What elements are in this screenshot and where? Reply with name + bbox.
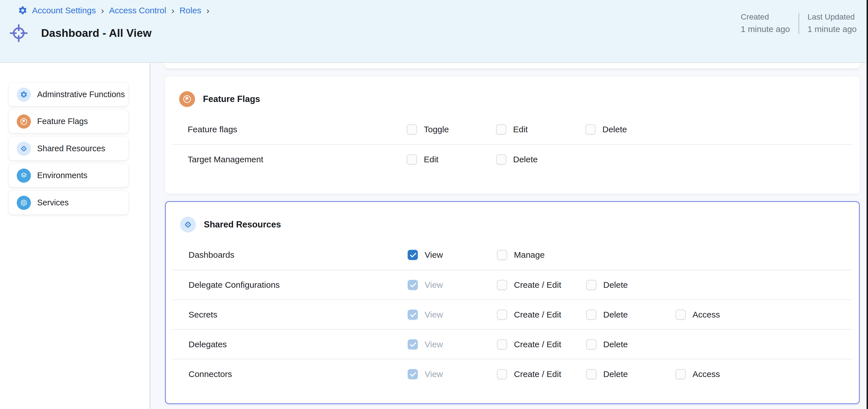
- permission-row: Target Management Edit Delete: [172, 144, 853, 174]
- breadcrumb-roles[interactable]: Roles: [180, 6, 201, 15]
- shared-resources-icon: [17, 142, 31, 156]
- checkbox-delete[interactable]: [586, 339, 596, 349]
- card-header: Shared Resources: [166, 202, 859, 240]
- resource-name: Feature flags: [188, 125, 407, 134]
- checkbox-view: [408, 369, 418, 379]
- sidebar-item-adminstrative-functions[interactable]: Adminstrative Functions: [9, 83, 128, 106]
- permission-create-edit[interactable]: Create / Edit: [497, 369, 586, 379]
- permission-label: View: [425, 310, 443, 319]
- checkbox-delete[interactable]: [586, 369, 596, 379]
- permission-label: View: [425, 340, 443, 349]
- checkbox-view: [408, 280, 418, 290]
- sidebar-item-feature-flags[interactable]: Feature Flags: [9, 110, 128, 133]
- checkbox-delete[interactable]: [496, 155, 506, 165]
- permission-label: Edit: [513, 125, 528, 134]
- sidebar-item-shared-resources[interactable]: Shared Resources: [9, 137, 128, 160]
- sidebar-item-label: Environments: [37, 171, 87, 180]
- checkbox-toggle[interactable]: [407, 124, 417, 135]
- checkbox-view: [408, 339, 418, 349]
- breadcrumb-chevron-icon: ›: [171, 6, 175, 15]
- resource-name: Delegate Configurations: [188, 280, 408, 290]
- resource-name: Delegates: [188, 340, 408, 349]
- checkbox-edit[interactable]: [496, 124, 506, 135]
- permission-delete[interactable]: Delete: [496, 155, 585, 165]
- checkbox-create-edit[interactable]: [497, 339, 507, 349]
- permission-label: Delete: [603, 310, 628, 319]
- meta-block: Created 1 minute ago Last Updated 1 minu…: [741, 12, 857, 34]
- sidebar-item-label: Feature Flags: [37, 117, 88, 126]
- checkbox-access[interactable]: [676, 310, 686, 320]
- sidebar: Adminstrative Functions Feature Flags S: [0, 63, 150, 409]
- checkbox-view[interactable]: [408, 250, 418, 260]
- settings-gear-icon: [18, 6, 28, 15]
- role-crosshair-icon: [9, 24, 28, 42]
- permission-manage[interactable]: Manage: [497, 250, 586, 260]
- shared-resources-card[interactable]: Shared Resources Dashboards View Manage …: [165, 201, 860, 404]
- permission-view[interactable]: View: [408, 339, 497, 349]
- page-title: Dashboard - All View: [41, 27, 152, 39]
- permission-label: Access: [692, 310, 720, 319]
- permission-label: Access: [692, 369, 720, 379]
- title-row: Dashboard - All View: [9, 24, 152, 42]
- environments-icon: [17, 169, 31, 183]
- checkbox-edit[interactable]: [407, 155, 417, 165]
- checkbox-create-edit[interactable]: [497, 369, 507, 379]
- services-icon: [17, 196, 31, 210]
- sidebar-item-label: Shared Resources: [37, 144, 105, 153]
- checkbox-manage[interactable]: [497, 250, 507, 260]
- permission-view[interactable]: View: [408, 280, 497, 290]
- permission-label: View: [425, 369, 443, 379]
- permission-label: Create / Edit: [514, 340, 561, 349]
- permission-label: Delete: [603, 280, 628, 290]
- permission-edit[interactable]: Edit: [407, 155, 496, 165]
- breadcrumb-account-settings[interactable]: Account Settings: [32, 6, 96, 15]
- checkbox-delete[interactable]: [585, 124, 596, 135]
- permission-view[interactable]: View: [408, 310, 497, 320]
- sidebar-item-label: Services: [37, 198, 69, 207]
- sidebar-item-environments[interactable]: Environments: [9, 164, 128, 187]
- permission-view[interactable]: View: [408, 250, 497, 260]
- permission-label: Delete: [513, 155, 538, 164]
- checkbox-create-edit[interactable]: [497, 280, 507, 290]
- permission-delete[interactable]: Delete: [585, 124, 675, 135]
- permission-label: View: [425, 280, 443, 290]
- permission-label: Create / Edit: [514, 369, 561, 379]
- permission-delete[interactable]: Delete: [586, 310, 676, 320]
- permission-edit[interactable]: Edit: [496, 124, 585, 135]
- permission-row: Dashboards View Manage: [173, 240, 852, 270]
- permission-label: Edit: [424, 155, 438, 164]
- sidebar-item-services[interactable]: Services: [9, 191, 128, 214]
- permission-label: Create / Edit: [514, 280, 561, 290]
- page-header: Account Settings › Access Control › Role…: [0, 0, 868, 63]
- permission-access[interactable]: Access: [676, 369, 852, 379]
- permission-row: Delegate Configurations View Create / Ed…: [173, 270, 852, 299]
- card-title: Feature Flags: [203, 94, 260, 104]
- resource-name: Target Management: [188, 155, 407, 164]
- permission-row: Delegates View Create / Edit Delete: [173, 329, 852, 359]
- permission-create-edit[interactable]: Create / Edit: [497, 280, 586, 290]
- card-title: Shared Resources: [204, 219, 281, 230]
- permission-label: Delete: [603, 340, 628, 349]
- permission-delete[interactable]: Delete: [586, 280, 676, 290]
- flag-icon: [17, 114, 31, 129]
- permission-label: View: [425, 250, 443, 260]
- permission-create-edit[interactable]: Create / Edit: [497, 310, 586, 320]
- permission-view[interactable]: View: [408, 369, 497, 379]
- permission-toggle[interactable]: Toggle: [407, 124, 496, 135]
- last-updated-label: Last Updated: [808, 12, 857, 22]
- created-label: Created: [741, 12, 790, 22]
- checkbox-create-edit[interactable]: [497, 310, 507, 320]
- feature-flags-card: Feature Flags Feature flags Toggle Edit …: [165, 76, 860, 194]
- permission-create-edit[interactable]: Create / Edit: [497, 339, 586, 349]
- checkbox-delete[interactable]: [586, 280, 596, 290]
- permission-row: Feature flags Toggle Edit Delete: [172, 114, 853, 144]
- checkbox-delete[interactable]: [586, 310, 596, 320]
- permission-row: Connectors View Create / Edit Delete Acc…: [173, 359, 852, 388]
- permission-delete[interactable]: Delete: [586, 369, 676, 379]
- breadcrumb-chevron-icon: ›: [100, 6, 104, 15]
- breadcrumb-access-control[interactable]: Access Control: [109, 6, 166, 15]
- permission-delete[interactable]: Delete: [586, 339, 676, 349]
- main-content: Feature Flags Feature flags Toggle Edit …: [150, 63, 868, 409]
- permission-access[interactable]: Access: [676, 310, 852, 320]
- checkbox-access[interactable]: [676, 369, 686, 379]
